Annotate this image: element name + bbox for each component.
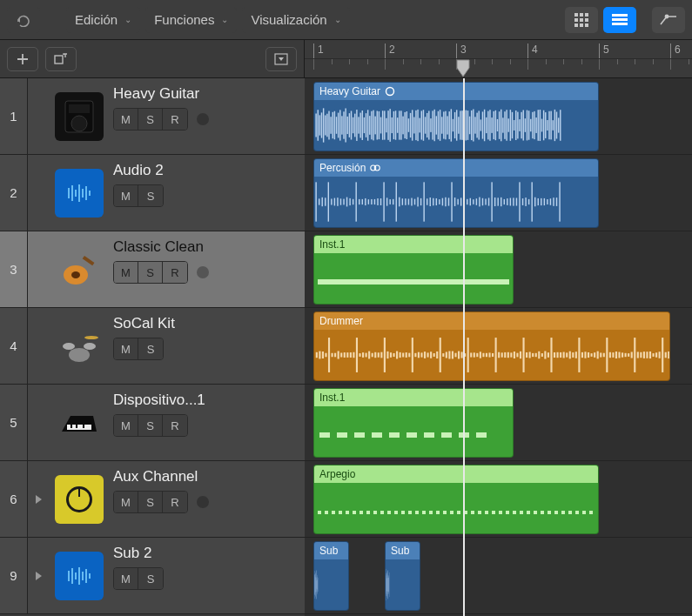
- grid-view-button[interactable]: [565, 7, 598, 33]
- track-icon[interactable]: [49, 308, 110, 384]
- svg-rect-90: [387, 110, 388, 140]
- svg-rect-151: [501, 110, 501, 142]
- svg-rect-292: [396, 352, 398, 359]
- svg-rect-276: [346, 352, 348, 358]
- r-button[interactable]: R: [163, 415, 187, 436]
- cycle-icon: [16, 13, 31, 27]
- region-label: Inst.1: [319, 238, 345, 251]
- track-header[interactable]: 1Heavy GuitarMSR: [0, 78, 305, 155]
- svg-rect-252: [519, 182, 520, 221]
- svg-rect-295: [406, 352, 407, 358]
- svg-rect-220: [420, 198, 421, 205]
- list-view-button[interactable]: [603, 7, 636, 33]
- svg-rect-121: [445, 111, 446, 140]
- svg-rect-72: [354, 114, 355, 137]
- arrangement-area[interactable]: Heavy GuitarPercusiónInst.1DrummerInst.1…: [305, 78, 692, 616]
- m-button[interactable]: M: [114, 262, 138, 283]
- svg-rect-239: [479, 198, 480, 207]
- svg-rect-291: [393, 353, 394, 357]
- automation-button[interactable]: [652, 7, 685, 33]
- svg-rect-76: [362, 110, 363, 140]
- track-icon[interactable]: [49, 385, 110, 460]
- region-body: [314, 483, 598, 533]
- s-button[interactable]: S: [138, 415, 163, 436]
- record-enable-dot[interactable]: [197, 113, 209, 125]
- duplicate-track-button[interactable]: [45, 47, 77, 71]
- svg-rect-89: [386, 118, 386, 132]
- track-header[interactable]: 5Dispositivo...1MSR: [0, 385, 305, 461]
- region[interactable]: Inst.1: [313, 388, 514, 458]
- r-button[interactable]: R: [163, 109, 187, 130]
- s-button[interactable]: S: [138, 338, 163, 359]
- svg-rect-365: [621, 352, 623, 357]
- region[interactable]: Sub: [313, 541, 349, 611]
- svg-rect-123: [448, 111, 449, 139]
- svg-point-30: [69, 348, 90, 362]
- track-header[interactable]: 9Sub 2MS: [0, 538, 305, 614]
- r-button[interactable]: R: [163, 492, 187, 512]
- svg-rect-112: [428, 110, 429, 139]
- svg-rect-267: [319, 352, 320, 359]
- svg-rect-191: [331, 198, 332, 204]
- svg-rect-260: [544, 198, 545, 205]
- region[interactable]: Heavy Guitar: [313, 82, 599, 151]
- track-name-label: Aux Channel: [113, 468, 299, 485]
- svg-rect-8: [585, 23, 588, 27]
- m-button[interactable]: M: [114, 568, 138, 589]
- svg-rect-115: [433, 110, 434, 141]
- track-disclose[interactable]: [28, 461, 49, 537]
- view-menu[interactable]: Visualización ⌄: [242, 7, 349, 33]
- track-icon[interactable]: [49, 538, 110, 613]
- svg-rect-211: [393, 199, 393, 204]
- svg-rect-244: [494, 198, 495, 206]
- track-icon[interactable]: [49, 461, 110, 537]
- m-button[interactable]: M: [114, 415, 138, 436]
- svg-rect-279: [356, 338, 358, 372]
- arrange-row[interactable]: [305, 538, 692, 614]
- r-button[interactable]: R: [163, 262, 187, 283]
- s-button[interactable]: S: [138, 568, 163, 589]
- track-icon[interactable]: [49, 231, 110, 307]
- ruler-bar-tick: 2: [385, 44, 395, 58]
- s-button[interactable]: S: [138, 185, 163, 206]
- playhead-handle[interactable]: [456, 59, 470, 78]
- track-header[interactable]: 6Aux ChannelMSR: [0, 461, 305, 538]
- svg-rect-240: [482, 198, 483, 205]
- cycle-button[interactable]: [7, 7, 40, 33]
- track-icon[interactable]: [49, 155, 110, 231]
- svg-rect-94: [395, 110, 396, 139]
- m-button[interactable]: M: [114, 185, 138, 206]
- track-header[interactable]: 3Classic CleanMSR: [0, 231, 305, 308]
- track-icon[interactable]: [49, 78, 110, 154]
- svg-rect-95: [397, 117, 398, 133]
- svg-rect-225: [436, 198, 437, 205]
- svg-point-50: [386, 88, 394, 96]
- svg-rect-205: [374, 199, 375, 204]
- region[interactable]: Inst.1: [313, 235, 514, 305]
- ruler[interactable]: 123456: [305, 40, 692, 78]
- region[interactable]: Percusión: [313, 158, 599, 228]
- functions-menu[interactable]: Funciones ⌄: [145, 7, 237, 33]
- edit-menu[interactable]: Edición ⌄: [66, 7, 140, 33]
- track-header-config-button[interactable]: [265, 47, 297, 71]
- svg-rect-124: [451, 109, 452, 141]
- m-button[interactable]: M: [114, 109, 138, 130]
- s-button[interactable]: S: [138, 262, 163, 283]
- m-button[interactable]: M: [114, 338, 138, 359]
- track-disclose[interactable]: [28, 538, 49, 613]
- region[interactable]: Sub: [385, 541, 420, 611]
- region[interactable]: Drummer: [313, 311, 670, 381]
- svg-rect-380: [668, 352, 669, 358]
- add-track-button[interactable]: [7, 47, 38, 71]
- record-enable-dot[interactable]: [197, 266, 209, 278]
- record-enable-dot[interactable]: [197, 496, 209, 508]
- region-header: Sub: [386, 542, 420, 559]
- region[interactable]: Arpegio: [313, 465, 599, 534]
- track-header[interactable]: 2Audio 2MS: [0, 155, 305, 231]
- svg-rect-262: [550, 198, 551, 205]
- s-button[interactable]: S: [138, 109, 163, 130]
- s-button[interactable]: S: [138, 492, 163, 512]
- svg-rect-246: [501, 198, 501, 206]
- track-header[interactable]: 4SoCal KitMS: [0, 308, 305, 385]
- m-button[interactable]: M: [114, 492, 138, 512]
